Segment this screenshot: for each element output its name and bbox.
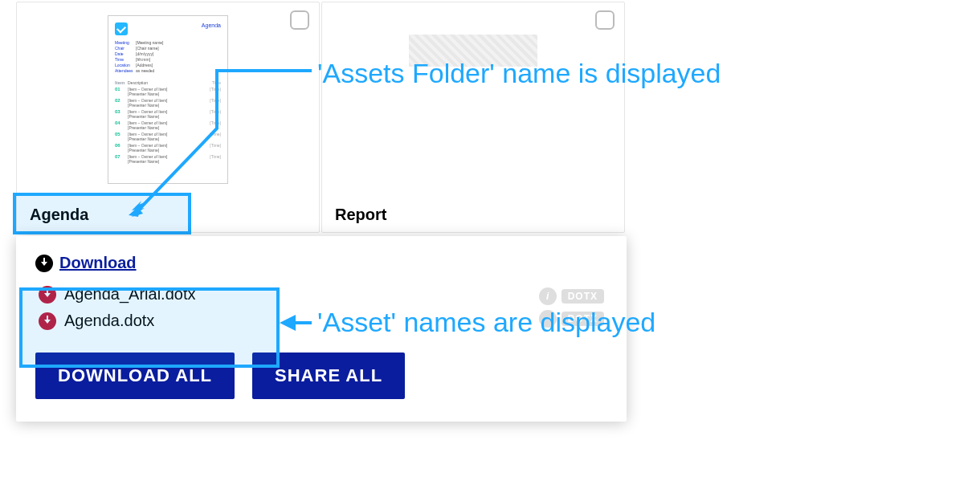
info-dot-icon	[539, 287, 557, 305]
download-file-icon	[39, 286, 56, 304]
format-badge: DOTX	[539, 287, 604, 305]
select-checkbox[interactable]	[290, 10, 309, 30]
folder-title-report: Report	[335, 206, 386, 224]
asset-filename: Agenda_Arial.dotx	[64, 285, 195, 304]
folder-title-agenda: Agenda	[30, 206, 88, 224]
asset-card-agenda[interactable]: Agenda Meeting[Meeting name] Chair[Chair…	[16, 2, 320, 233]
annotation-text-assets: 'Asset' names are displayed	[317, 305, 655, 340]
share-all-button[interactable]: SHARE ALL	[252, 353, 405, 399]
doc-logo-icon	[115, 22, 128, 35]
download-link[interactable]: Download	[59, 254, 137, 272]
asset-card-report[interactable]: Report	[321, 2, 625, 233]
format-ext: DOTX	[561, 289, 604, 304]
download-file-icon	[39, 312, 56, 330]
download-all-button[interactable]: DOWNLOAD ALL	[35, 353, 235, 399]
annotation-text-folder: 'Assets Folder' name is displayed	[317, 56, 721, 91]
thumbnail-title: Agenda	[202, 22, 221, 28]
asset-filename: Agenda.dotx	[64, 312, 154, 330]
asset-row[interactable]: Agenda_Arial.dotx	[39, 285, 607, 304]
download-icon	[35, 255, 53, 272]
thumbnail-agenda: Agenda Meeting[Meeting name] Chair[Chair…	[108, 15, 228, 184]
select-checkbox[interactable]	[595, 10, 615, 30]
